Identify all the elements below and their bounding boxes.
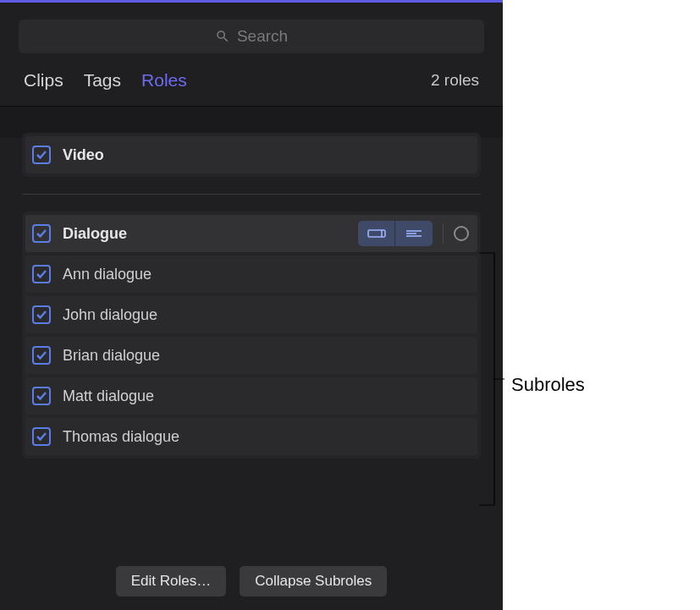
timeline-index-panel: Search Clips Tags Roles 2 roles Video Di… [0, 0, 503, 610]
subrole-checkbox[interactable] [32, 346, 51, 365]
search-field[interactable]: Search [19, 19, 484, 53]
clip-view-icon [367, 228, 386, 239]
callout-bracket [479, 252, 504, 506]
subrole-label: Thomas dialogue [63, 428, 179, 446]
subrole-row[interactable]: Matt dialogue [25, 377, 477, 415]
subrole-row[interactable]: Ann dialogue [25, 256, 477, 293]
role-dialogue-header[interactable]: Dialogue [25, 215, 477, 252]
subrole-label: Matt dialogue [63, 387, 154, 405]
footer-buttons: Edit Roles… Collapse Subroles [0, 566, 503, 596]
search-placeholder: Search [237, 27, 288, 46]
subrole-checkbox[interactable] [32, 305, 51, 324]
view-divider [443, 223, 444, 244]
view-mode-clips-button[interactable] [358, 221, 395, 246]
callout-subroles: Subroles [511, 374, 585, 396]
lanes-view-icon [405, 228, 423, 239]
tab-tags[interactable]: Tags [84, 70, 121, 91]
tabs-row: Clips Tags Roles 2 roles [0, 53, 503, 106]
subrole-label: Brian dialogue [63, 347, 160, 365]
view-mode-lanes-button[interactable] [395, 221, 433, 246]
tab-clips[interactable]: Clips [24, 70, 63, 91]
subrole-checkbox[interactable] [32, 427, 51, 446]
roles-count: 2 roles [431, 71, 479, 90]
subrole-row[interactable]: John dialogue [25, 296, 477, 333]
search-icon [215, 29, 230, 44]
role-video-label: Video [63, 146, 104, 164]
subrole-label: Ann dialogue [63, 266, 152, 283]
svg-rect-0 [368, 230, 385, 237]
roles-list: Video Dialogue [0, 133, 503, 459]
subrole-checkbox[interactable] [32, 265, 51, 283]
subrole-row[interactable]: Thomas dialogue [25, 418, 477, 455]
solo-role-button[interactable] [454, 226, 469, 241]
tab-roles[interactable]: Roles [141, 70, 187, 91]
role-dialogue: Dialogue Ann dialogue [22, 212, 481, 459]
role-separator [22, 194, 481, 195]
subrole-row[interactable]: Brian dialogue [25, 337, 477, 374]
role-video-checkbox[interactable] [32, 146, 51, 164]
subrole-label: John dialogue [63, 306, 157, 324]
role-video-header[interactable]: Video [25, 136, 477, 173]
edit-roles-button[interactable]: Edit Roles… [116, 566, 226, 596]
collapse-subroles-button[interactable]: Collapse Subroles [240, 566, 387, 596]
subrole-checkbox[interactable] [32, 387, 51, 405]
role-dialogue-label: Dialogue [63, 225, 127, 243]
view-mode-buttons [358, 221, 433, 246]
role-video: Video [22, 133, 481, 177]
role-dialogue-checkbox[interactable] [32, 224, 51, 243]
